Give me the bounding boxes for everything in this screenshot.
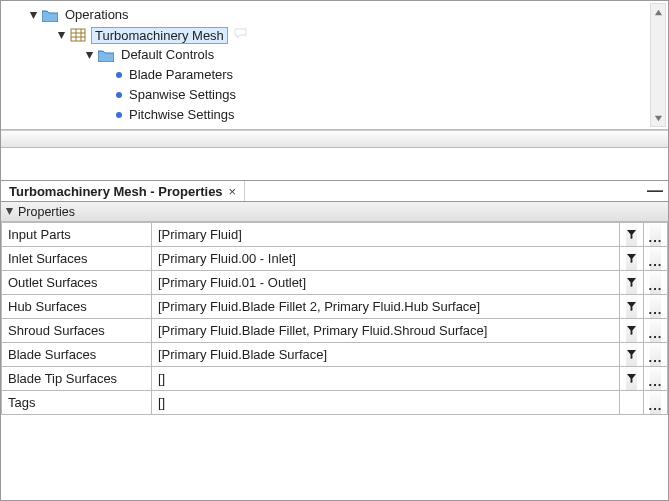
more-button[interactable]: ...: [650, 319, 661, 342]
folder-icon: [97, 47, 115, 63]
tree-scrollbar[interactable]: [650, 3, 666, 127]
property-value[interactable]: [Primary Fluid]: [152, 223, 620, 247]
filter-button[interactable]: [626, 367, 637, 390]
tree-node-default-controls[interactable]: Default Controls: [5, 45, 668, 65]
property-value[interactable]: [Primary Fluid.Blade Fillet, Primary Flu…: [152, 319, 620, 343]
filter-button[interactable]: [626, 247, 637, 270]
svg-marker-1: [57, 31, 64, 38]
svg-point-9: [116, 92, 122, 98]
panel-gap: [1, 148, 668, 180]
property-name: Outlet Surfaces: [2, 271, 152, 295]
property-name: Hub Surfaces: [2, 295, 152, 319]
more-button[interactable]: ...: [650, 247, 661, 270]
tree-node-pitchwise-settings[interactable]: Pitchwise Settings: [5, 105, 668, 125]
property-row-hub-surfaces: Hub Surfaces[Primary Fluid.Blade Fillet …: [2, 295, 668, 319]
svg-marker-12: [654, 115, 661, 120]
svg-rect-2: [71, 29, 85, 41]
property-name: Blade Tip Surfaces: [2, 367, 152, 391]
tree-label-selected: Turbomachinery Mesh: [91, 27, 228, 44]
property-value[interactable]: []: [152, 391, 620, 415]
expander-icon[interactable]: [27, 9, 39, 21]
tree-node-operations[interactable]: Operations: [5, 5, 668, 25]
more-button[interactable]: ...: [650, 343, 661, 366]
scroll-up-button[interactable]: [651, 4, 665, 20]
tab-properties[interactable]: Turbomachinery Mesh - Properties ×: [1, 181, 245, 201]
properties-table: Input Parts[Primary Fluid]...Inlet Surfa…: [1, 222, 668, 415]
property-value[interactable]: [Primary Fluid.Blade Fillet 2, Primary F…: [152, 295, 620, 319]
empty-cell: [620, 391, 644, 415]
bullet-icon: [113, 109, 125, 121]
tab-close-button[interactable]: ×: [229, 184, 237, 199]
svg-marker-13: [6, 207, 13, 214]
collapse-triangle-icon: [5, 205, 14, 219]
more-button[interactable]: ...: [650, 271, 661, 294]
filter-button[interactable]: [626, 271, 637, 294]
expander-icon[interactable]: [83, 49, 95, 61]
svg-marker-11: [654, 9, 661, 14]
more-button[interactable]: ...: [650, 367, 661, 390]
bullet-icon: [113, 89, 125, 101]
more-button[interactable]: ...: [650, 223, 661, 246]
mesh-grid-icon: [69, 27, 87, 43]
scroll-down-button[interactable]: [651, 110, 665, 126]
property-row-inlet-surfaces: Inlet Surfaces[Primary Fluid.00 - Inlet]…: [2, 247, 668, 271]
tree-panel: Operations Turbomachinery Mesh: [1, 1, 668, 130]
expander-icon[interactable]: [55, 29, 67, 41]
property-name: Inlet Surfaces: [2, 247, 152, 271]
tree-label: Spanwise Settings: [127, 85, 238, 105]
property-row-outlet-surfaces: Outlet Surfaces[Primary Fluid.01 - Outle…: [2, 271, 668, 295]
scroll-track[interactable]: [651, 20, 665, 110]
comment-icon[interactable]: [234, 25, 247, 45]
panel-minimize-button[interactable]: —: [642, 181, 668, 201]
more-button[interactable]: ...: [650, 391, 661, 414]
filter-button[interactable]: [626, 295, 637, 318]
property-row-blade-tip-surfaces: Blade Tip Surfaces[]...: [2, 367, 668, 391]
divider-band: [1, 130, 668, 148]
tree-label: Operations: [63, 5, 131, 25]
more-button[interactable]: ...: [650, 295, 661, 318]
property-row-tags: Tags[]...: [2, 391, 668, 415]
property-row-blade-surfaces: Blade Surfaces[Primary Fluid.Blade Surfa…: [2, 343, 668, 367]
folder-icon: [41, 7, 59, 23]
tab-title: Turbomachinery Mesh - Properties: [9, 184, 223, 199]
svg-point-8: [116, 72, 122, 78]
filter-button[interactable]: [626, 319, 637, 342]
property-value[interactable]: [Primary Fluid.Blade Surface]: [152, 343, 620, 367]
tree-node-blade-parameters[interactable]: Blade Parameters: [5, 65, 668, 85]
property-name: Tags: [2, 391, 152, 415]
filter-button[interactable]: [626, 223, 637, 246]
properties-tab-bar: Turbomachinery Mesh - Properties × —: [1, 180, 668, 202]
tree-label: Blade Parameters: [127, 65, 235, 85]
bullet-icon: [113, 69, 125, 81]
property-row-shroud-surfaces: Shroud Surfaces[Primary Fluid.Blade Fill…: [2, 319, 668, 343]
svg-marker-0: [29, 11, 36, 18]
filter-button[interactable]: [626, 343, 637, 366]
svg-marker-7: [85, 51, 92, 58]
tree-label: Pitchwise Settings: [127, 105, 237, 125]
property-value[interactable]: [Primary Fluid.00 - Inlet]: [152, 247, 620, 271]
tree-node-turbomachinery-mesh[interactable]: Turbomachinery Mesh: [5, 25, 668, 45]
property-value[interactable]: [Primary Fluid.01 - Outlet]: [152, 271, 620, 295]
tree-node-spanwise-settings[interactable]: Spanwise Settings: [5, 85, 668, 105]
svg-point-10: [116, 112, 122, 118]
tree-label: Default Controls: [119, 45, 216, 65]
property-name: Input Parts: [2, 223, 152, 247]
property-name: Blade Surfaces: [2, 343, 152, 367]
property-row-input-parts: Input Parts[Primary Fluid]...: [2, 223, 668, 247]
property-value[interactable]: []: [152, 367, 620, 391]
properties-section-header[interactable]: Properties: [1, 202, 668, 222]
section-title: Properties: [18, 205, 75, 219]
property-name: Shroud Surfaces: [2, 319, 152, 343]
